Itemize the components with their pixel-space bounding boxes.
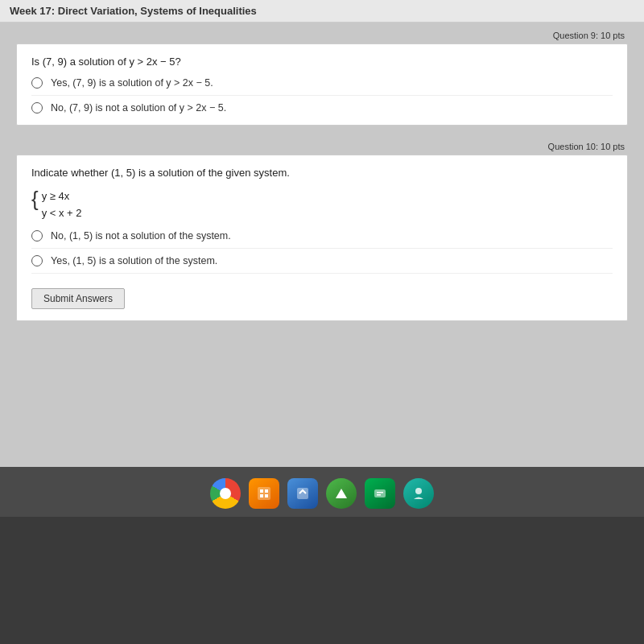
q9-radio-2[interactable] xyxy=(31,102,43,114)
taskbar-bottom xyxy=(0,517,644,644)
svg-rect-0 xyxy=(258,487,270,500)
taskbar xyxy=(0,467,644,644)
q10-radio-1[interactable] xyxy=(31,230,43,242)
orange-app-icon[interactable] xyxy=(249,478,279,509)
teal-app-icon[interactable] xyxy=(403,478,434,509)
page-title: Week 17: Direct Variation, Systems of In… xyxy=(10,5,257,17)
q9-prompt: Is (7, 9) a solution of y > 2x − 5? xyxy=(31,56,613,68)
system-equations: { y ≥ 4x y < x + 2 xyxy=(31,188,613,222)
q10-label: Question 10: 10 pts xyxy=(16,142,628,151)
q9-label: Question 9: 10 pts xyxy=(16,31,628,40)
svg-rect-7 xyxy=(374,489,386,497)
svg-rect-9 xyxy=(377,494,381,496)
svg-marker-6 xyxy=(336,489,347,498)
question-9-card: Is (7, 9) a solution of y > 2x − 5? Yes,… xyxy=(16,43,628,126)
q9-option-2-label: No, (7, 9) is not a solution of y > 2x −… xyxy=(51,102,226,114)
content-area: Question 9: 10 pts Is (7, 9) a solution … xyxy=(0,23,644,473)
q10-radio-2[interactable] xyxy=(31,255,43,266)
eq-line-2: y < x + 2 xyxy=(42,205,82,222)
q10-option-2-label: Yes, (1, 5) is a solution of the system. xyxy=(51,255,217,266)
svg-rect-2 xyxy=(265,489,268,493)
eq-line-1: y ≥ 4x xyxy=(42,188,82,205)
top-bar: Week 17: Direct Variation, Systems of In… xyxy=(0,0,644,23)
blue-app-icon[interactable] xyxy=(287,478,318,509)
q10-prompt: Indicate whether (1, 5) is a solution of… xyxy=(31,167,613,179)
submit-answers-button[interactable]: Submit Answers xyxy=(31,288,125,309)
green-triangle-icon[interactable] xyxy=(326,478,357,509)
q9-option-2-row[interactable]: No, (7, 9) is not a solution of y > 2x −… xyxy=(31,102,613,114)
svg-rect-1 xyxy=(260,489,263,493)
taskbar-icons-row xyxy=(0,467,644,517)
q9-option-1-label: Yes, (7, 9) is a solution of y > 2x − 5. xyxy=(51,77,213,89)
q9-option-1-row[interactable]: Yes, (7, 9) is a solution of y > 2x − 5. xyxy=(31,77,613,96)
svg-point-10 xyxy=(415,488,422,494)
question-10-wrapper: Question 10: 10 pts Indicate whether (1,… xyxy=(16,142,628,321)
question-10-card: Indicate whether (1, 5) is a solution of… xyxy=(16,155,628,321)
svg-rect-3 xyxy=(260,494,263,497)
chrome-icon[interactable] xyxy=(210,478,241,509)
q10-option-1-label: No, (1, 5) is not a solution of the syst… xyxy=(51,230,231,242)
brace-icon: { xyxy=(31,188,39,209)
q9-radio-1[interactable] xyxy=(31,77,43,89)
svg-rect-4 xyxy=(265,494,268,497)
svg-rect-8 xyxy=(377,492,383,493)
green2-app-icon[interactable] xyxy=(365,478,395,509)
question-9-wrapper: Question 9: 10 pts Is (7, 9) a solution … xyxy=(16,31,628,126)
q10-option-2-row[interactable]: Yes, (1, 5) is a solution of the system. xyxy=(31,255,613,274)
q10-option-1-row[interactable]: No, (1, 5) is not a solution of the syst… xyxy=(31,230,613,249)
